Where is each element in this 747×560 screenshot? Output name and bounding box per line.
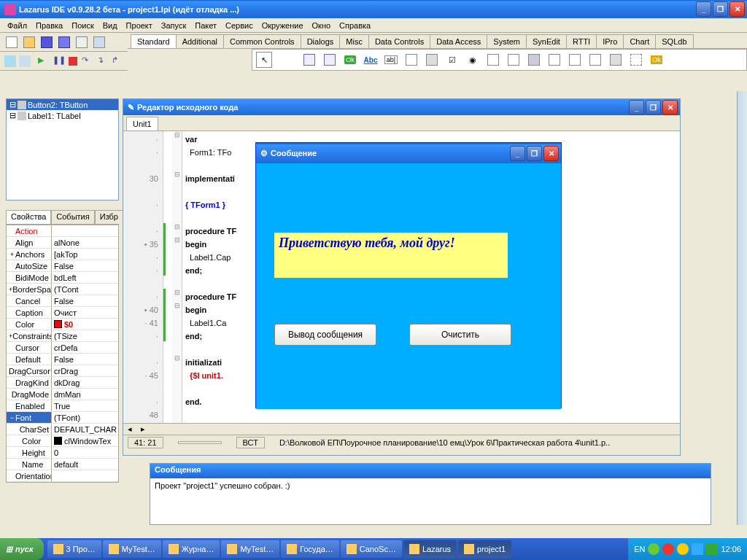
tab-misc[interactable]: Misc xyxy=(339,34,369,48)
property-value[interactable]: crDrag xyxy=(52,365,118,376)
saveall-icon[interactable] xyxy=(56,34,72,50)
ttogglebox-icon[interactable] xyxy=(424,52,440,68)
property-row[interactable]: CursorcrDefa xyxy=(7,342,118,354)
tradiogroup-icon[interactable] xyxy=(567,52,583,68)
button-show-message[interactable]: Вывод сообщения xyxy=(274,324,376,346)
tab-chart[interactable]: Chart xyxy=(623,34,656,48)
menu-env[interactable]: Окружение xyxy=(258,20,308,31)
taskbar-item[interactable]: Журна… xyxy=(163,540,220,558)
menu-file[interactable]: Файл xyxy=(3,20,31,31)
property-row[interactable]: DragCursorcrDrag xyxy=(7,365,118,377)
system-tray[interactable]: EN 12:06 xyxy=(628,538,747,560)
form-titlebar[interactable]: ⚙ Сообщение _ ❐ ✕ xyxy=(256,143,561,163)
property-value[interactable]: [akTop xyxy=(52,249,118,260)
property-value[interactable]: clWindowTex xyxy=(52,435,118,446)
property-value[interactable]: dkDrag xyxy=(52,377,118,388)
tab-sqldb[interactable]: SQLdb xyxy=(655,34,693,48)
tactionlist-icon[interactable]: Ok xyxy=(649,52,665,68)
tcheckbox-icon[interactable]: ☑ xyxy=(444,52,460,68)
property-value[interactable]: bdLeft xyxy=(52,272,118,283)
taskbar-item[interactable]: MyTest… xyxy=(103,540,161,558)
property-row[interactable]: Orientation xyxy=(7,470,118,482)
property-value[interactable]: False xyxy=(52,354,118,365)
close-button[interactable]: ✕ xyxy=(729,1,745,17)
cursor-icon[interactable]: ↖ xyxy=(256,52,272,68)
fold-column[interactable]: ⊟⊟⊟⊟⊟⊟⊟ xyxy=(172,131,182,423)
tab-system[interactable]: System xyxy=(487,34,527,48)
tab-dataaccess[interactable]: Data Access xyxy=(430,34,487,48)
property-value[interactable]: Очист xyxy=(52,307,118,318)
property-value[interactable]: dmMan xyxy=(52,389,118,400)
editor-minimize-button[interactable]: _ xyxy=(629,100,644,115)
property-value[interactable]: DEFAULT_CHAR xyxy=(52,424,118,435)
tab-dialogs[interactable]: Dialogs xyxy=(301,34,341,48)
tlistbox-icon[interactable] xyxy=(485,52,501,68)
property-value[interactable]: crDefa xyxy=(52,342,118,353)
taskbar-item[interactable]: Lazarus xyxy=(403,540,457,558)
tray-network-icon[interactable] xyxy=(692,543,703,555)
property-row[interactable]: CharSetDEFAULT_CHAR xyxy=(7,424,118,435)
property-value[interactable]: (TFont) xyxy=(52,412,118,423)
run-icon[interactable]: ▶ xyxy=(36,53,50,69)
tab-standard[interactable]: Standard xyxy=(131,34,177,48)
property-value[interactable]: False xyxy=(52,260,118,271)
property-value[interactable] xyxy=(52,470,118,481)
tab-events[interactable]: События xyxy=(51,210,94,224)
property-row[interactable]: Namedefault xyxy=(7,459,118,470)
property-row[interactable]: EnabledTrue xyxy=(7,400,118,412)
new-form-icon[interactable] xyxy=(74,34,90,50)
property-row[interactable]: AutoSizeFalse xyxy=(7,260,118,272)
tray-safely-remove-icon[interactable] xyxy=(706,543,718,555)
tpanel-icon[interactable] xyxy=(608,52,624,68)
tmemo-icon[interactable] xyxy=(403,52,419,68)
step-over-icon[interactable]: ↷ xyxy=(81,53,94,69)
form-minimize-button[interactable]: _ xyxy=(510,146,525,161)
property-row[interactable]: CaptionОчист xyxy=(7,307,118,319)
tab-ipro[interactable]: IPro xyxy=(596,34,624,48)
tab-datacontrols[interactable]: Data Controls xyxy=(368,34,430,48)
property-row[interactable]: BidiModebdLeft xyxy=(7,272,118,284)
editor-close-button[interactable]: ✕ xyxy=(662,100,678,115)
taskbar-item[interactable]: MyTest… xyxy=(221,540,279,558)
tray-shield-icon[interactable] xyxy=(662,543,674,555)
editor-hscroll[interactable]: ◂▸ xyxy=(123,423,680,435)
property-row[interactable]: DragModedmMan xyxy=(7,389,118,400)
tab-properties[interactable]: Свойства xyxy=(6,210,51,224)
property-value[interactable] xyxy=(52,225,118,236)
step-into-icon[interactable]: ↴ xyxy=(96,53,109,69)
form-close-button[interactable]: ✕ xyxy=(543,146,559,161)
taskbar-item[interactable]: project1 xyxy=(458,540,511,558)
toggle-form-icon[interactable] xyxy=(91,34,107,50)
tlabel-icon[interactable]: Abc xyxy=(363,52,379,68)
tedit-icon[interactable]: ab| xyxy=(383,52,399,68)
stop-icon[interactable] xyxy=(66,53,80,69)
property-row[interactable]: DragKinddkDrag xyxy=(7,377,118,389)
property-value[interactable]: False xyxy=(52,295,118,306)
open-icon[interactable] xyxy=(21,34,37,50)
property-row[interactable]: CancelFalse xyxy=(7,295,118,307)
tcheckgroup-icon[interactable] xyxy=(587,52,603,68)
property-row[interactable]: Color$0 xyxy=(7,319,118,330)
property-value[interactable]: (TCont xyxy=(52,284,118,295)
button-clear[interactable]: Очистить xyxy=(409,324,511,346)
property-row[interactable]: Height0 xyxy=(7,447,118,459)
property-row[interactable]: AlignalNone xyxy=(7,237,118,249)
property-row[interactable]: DefaultFalse xyxy=(7,354,118,365)
editor-maximize-button[interactable]: ❐ xyxy=(646,100,661,115)
view-units-icon[interactable] xyxy=(4,53,17,69)
tray-msn-icon[interactable] xyxy=(648,543,659,555)
tframe-icon[interactable] xyxy=(628,52,644,68)
tbutton-icon[interactable]: Ok xyxy=(342,52,358,68)
view-forms-icon[interactable] xyxy=(18,53,31,69)
taskbar-item[interactable]: 3 Про… xyxy=(47,540,101,558)
editor-titlebar[interactable]: ✎ Редактор исходного кода _ ❐ ✕ xyxy=(123,99,680,115)
property-row[interactable]: +Anchors[akTop xyxy=(7,249,118,260)
editor-tab-unit1[interactable]: Unit1 xyxy=(126,117,158,131)
taskbar-item[interactable]: Госуда… xyxy=(281,540,339,558)
tab-common[interactable]: Common Controls xyxy=(223,34,301,48)
step-out-icon[interactable]: ↱ xyxy=(111,53,124,69)
tree-button2[interactable]: ⊟ Button2: TButton xyxy=(7,99,118,110)
component-tree[interactable]: ⊟ Button2: TButton ⊟ Label1: TLabel xyxy=(6,98,119,201)
tab-synedit[interactable]: SynEdit xyxy=(526,34,567,48)
menu-run[interactable]: Запуск xyxy=(157,20,190,31)
